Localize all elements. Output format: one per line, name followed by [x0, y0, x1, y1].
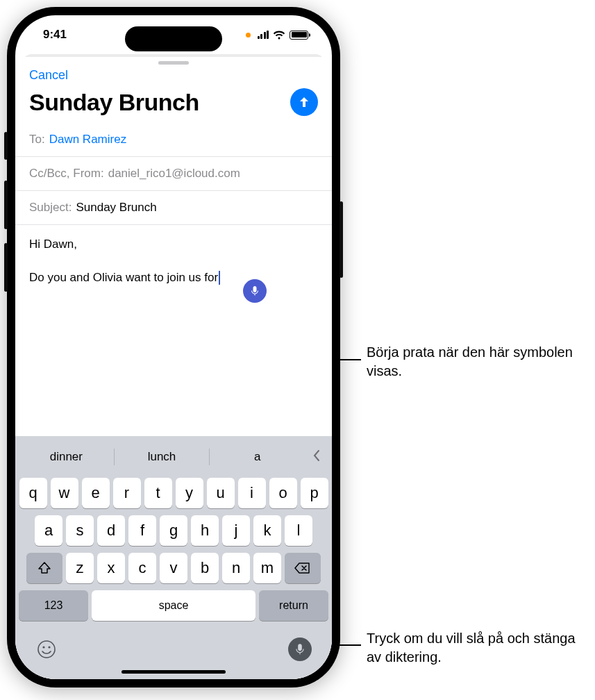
emoji-button[interactable] — [35, 638, 58, 660]
key-z[interactable]: z — [66, 553, 94, 583]
cancel-button[interactable]: Cancel — [29, 68, 68, 82]
silent-switch — [4, 132, 8, 160]
dictation-active-indicator[interactable] — [243, 279, 267, 303]
suggestion-1[interactable]: dinner — [19, 450, 114, 464]
callout-dictation-toggle: Tryck om du vill slå på och stänga av di… — [367, 629, 582, 667]
microphone-icon — [249, 285, 260, 297]
keyboard-row-3: z x c v b n m — [19, 553, 328, 583]
wifi-icon — [273, 31, 285, 40]
keyboard-row-1: q w e r t y u i o p — [19, 478, 328, 508]
key-q[interactable]: q — [19, 478, 47, 508]
key-h[interactable]: h — [191, 515, 219, 546]
body-line-1: Hi Dawn, — [29, 236, 318, 253]
key-f[interactable]: f — [128, 515, 156, 546]
dictation-button[interactable] — [288, 638, 312, 661]
suggestion-bar: dinner lunch a — [19, 442, 328, 472]
cellular-signal-icon — [258, 31, 269, 39]
svg-point-0 — [38, 641, 55, 658]
key-k[interactable]: k — [253, 515, 281, 546]
compose-sheet: Cancel Sunday Brunch To: Dawn Ramirez Cc… — [15, 57, 332, 679]
compose-title: Sunday Brunch — [29, 89, 199, 116]
volume-down-button — [4, 243, 8, 292]
to-label: To: — [29, 133, 45, 147]
sheet-grabber[interactable] — [158, 61, 189, 65]
callout-dictation-indicator: Börja prata när den här symbolen visas. — [367, 343, 575, 381]
svg-point-2 — [48, 646, 50, 648]
shift-icon — [37, 562, 51, 574]
iphone-frame: 9:41 Cancel Sunday Brunch — [7, 7, 340, 688]
key-s[interactable]: s — [66, 515, 94, 546]
side-button — [340, 201, 343, 278]
emoji-icon — [37, 640, 56, 659]
key-j[interactable]: j — [222, 515, 250, 546]
key-l[interactable]: l — [285, 515, 312, 546]
number-key[interactable]: 123 — [19, 590, 88, 621]
key-o[interactable]: o — [269, 478, 297, 508]
key-p[interactable]: p — [301, 478, 328, 508]
key-r[interactable]: r — [113, 478, 141, 508]
to-field[interactable]: To: Dawn Ramirez — [15, 123, 332, 157]
key-u[interactable]: u — [207, 478, 235, 508]
key-d[interactable]: d — [97, 515, 125, 546]
key-n[interactable]: n — [222, 553, 250, 583]
dynamic-island — [125, 26, 222, 51]
key-g[interactable]: g — [160, 515, 187, 546]
key-a[interactable]: a — [35, 515, 62, 546]
key-e[interactable]: e — [82, 478, 110, 508]
key-x[interactable]: x — [97, 553, 125, 583]
subject-value: Sunday Brunch — [76, 201, 156, 215]
microphone-icon — [294, 643, 306, 656]
ccbcc-from-field[interactable]: Cc/Bcc, From: daniel_rico1@icloud.com — [15, 157, 332, 191]
key-m[interactable]: m — [253, 553, 281, 583]
keyboard-row-4: 123 space return — [19, 590, 328, 621]
return-key[interactable]: return — [259, 590, 328, 621]
suggestion-2[interactable]: lunch — [115, 450, 210, 464]
mic-in-use-indicator-icon — [246, 33, 251, 38]
arrow-up-icon — [297, 95, 311, 109]
keyboard-row-2: a s d f g h j k l — [19, 515, 328, 546]
key-t[interactable]: t — [144, 478, 172, 508]
text-cursor — [219, 271, 220, 285]
screen: 9:41 Cancel Sunday Brunch — [15, 15, 332, 679]
keyboard: dinner lunch a q w e r t — [15, 436, 332, 679]
to-recipient[interactable]: Dawn Ramirez — [49, 133, 126, 147]
collapse-suggestions-button[interactable] — [305, 448, 328, 466]
key-w[interactable]: w — [51, 478, 78, 508]
status-right — [246, 31, 309, 40]
space-key[interactable]: space — [92, 590, 255, 621]
key-c[interactable]: c — [128, 553, 156, 583]
from-address: daniel_rico1@icloud.com — [108, 167, 240, 181]
keyboard-bottom-bar — [19, 628, 328, 661]
svg-point-1 — [42, 646, 44, 648]
subject-label: Subject: — [29, 201, 72, 215]
ccbcc-from-label: Cc/Bcc, From: — [29, 167, 104, 181]
status-time: 9:41 — [43, 28, 67, 42]
key-i[interactable]: i — [238, 478, 266, 508]
body-line-2: Do you and Olivia want to join us for — [29, 271, 218, 284]
volume-up-button — [4, 181, 8, 229]
send-button[interactable] — [290, 88, 318, 116]
shift-key[interactable] — [26, 553, 62, 583]
backspace-key[interactable] — [285, 553, 321, 583]
battery-icon — [290, 31, 308, 40]
suggestion-3[interactable]: a — [210, 450, 305, 464]
subject-field[interactable]: Subject: Sunday Brunch — [15, 191, 332, 225]
key-v[interactable]: v — [160, 553, 187, 583]
chevron-left-icon — [312, 449, 321, 462]
body-textarea[interactable]: Hi Dawn, Do you and Olivia want to join … — [15, 225, 332, 436]
key-y[interactable]: y — [176, 478, 203, 508]
key-b[interactable]: b — [191, 553, 219, 583]
home-indicator[interactable] — [121, 670, 226, 674]
backspace-icon — [294, 562, 311, 574]
